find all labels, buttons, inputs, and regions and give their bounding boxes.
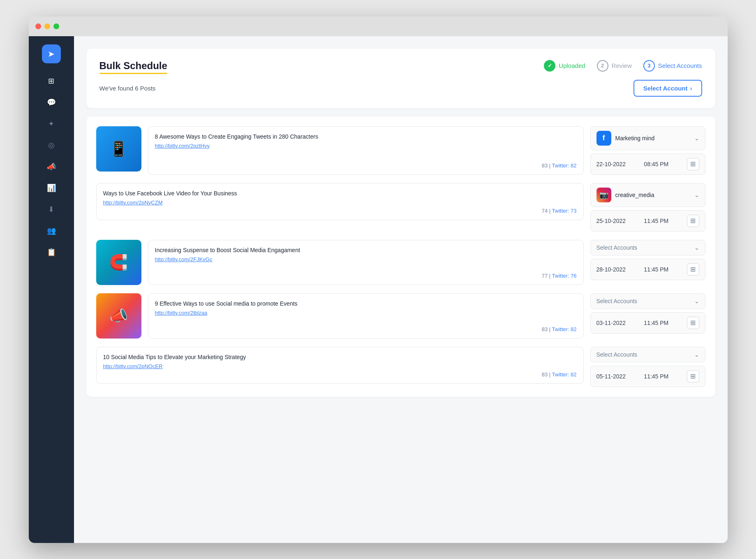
- post-link[interactable]: http://bitly.com/2pNOcER: [103, 363, 577, 369]
- post-content-card: 10 Social Media Tips to Elevate your Mar…: [96, 347, 584, 384]
- post-content-card: Increasing Suspense to Boost Social Medi…: [148, 240, 584, 285]
- date-time-row: 03-11-2022 11:45 PM ⊞: [590, 312, 705, 334]
- step-select-accounts: 3 Select Accounts: [643, 60, 702, 72]
- twitter-chars: Twitter: 82: [552, 326, 577, 332]
- facebook-icon: f: [596, 131, 611, 146]
- post-link[interactable]: http://bitly.com/2lblzaa: [155, 310, 577, 316]
- post-link[interactable]: http://bitly.com/2pztHvy: [155, 143, 577, 149]
- step-review-label: Review: [612, 62, 632, 69]
- post-title: 10 Social Media Tips to Elevate your Mar…: [103, 353, 577, 362]
- post-title: 9 Effective Ways to use Social media to …: [155, 299, 577, 308]
- account-selector-dropdown[interactable]: Select Accounts ⌄: [590, 240, 705, 255]
- post-time: 08:45 PM: [644, 161, 668, 167]
- account-name-text: Marketing mind: [615, 135, 655, 141]
- chevron-down-icon: ⌄: [694, 135, 699, 141]
- account-column: Select Accounts ⌄ 28-10-2022 11:45 PM ⊞: [590, 240, 705, 285]
- minimize-button[interactable]: [44, 23, 50, 29]
- account-selector-dropdown[interactable]: 📷 creative_media ⌄: [590, 183, 705, 207]
- post-thumbnail: 📣: [96, 293, 141, 339]
- header-bottom: We've found 6 Posts Select Account ›: [99, 80, 702, 97]
- sidebar-item-support[interactable]: ◎: [42, 136, 61, 155]
- select-account-label: Select Account: [643, 85, 688, 92]
- post-date: 25-10-2022: [596, 218, 626, 224]
- sidebar-item-groups[interactable]: 👥: [42, 221, 61, 240]
- account-name-text: creative_media: [615, 192, 654, 198]
- page-title: Bulk Schedule: [99, 60, 167, 72]
- post-date: 28-10-2022: [596, 266, 626, 273]
- post-time: 11:45 PM: [644, 218, 668, 224]
- account-selector-left: 📷 creative_media: [596, 188, 654, 202]
- step-select-accounts-label: Select Accounts: [658, 62, 702, 69]
- account-column: Select Accounts ⌄ 03-11-2022 11:45 PM ⊞: [590, 293, 705, 339]
- twitter-chars: Twitter: 82: [552, 371, 577, 378]
- sidebar-item-analytics[interactable]: 📊: [42, 179, 61, 197]
- traffic-lights: [35, 23, 59, 29]
- chevron-down-icon: ⌄: [694, 351, 699, 358]
- post-date: 05-11-2022: [596, 373, 626, 380]
- steps: ✓ Uploaded 2 Review 3 Select Accounts: [544, 60, 702, 72]
- maximize-button[interactable]: [53, 23, 59, 29]
- sidebar-item-reports[interactable]: 📋: [42, 243, 61, 262]
- account-selector-left: f Marketing mind: [596, 131, 655, 146]
- chars-separator: |: [549, 273, 550, 279]
- chars-separator: |: [549, 162, 550, 169]
- add-time-button[interactable]: ⊞: [687, 317, 699, 329]
- main-content: Bulk Schedule ✓ Uploaded 2 Review: [74, 36, 728, 543]
- post-title: Increasing Suspense to Boost Social Medi…: [155, 246, 577, 255]
- post-content-card: Ways to Use Facebook Live Video for Your…: [96, 183, 584, 220]
- select-account-button[interactable]: Select Account ›: [633, 80, 702, 97]
- account-selector-dropdown[interactable]: Select Accounts ⌄: [590, 347, 705, 362]
- chars-separator: |: [549, 326, 550, 332]
- add-time-button[interactable]: ⊞: [687, 370, 699, 383]
- step-review-circle: 2: [597, 60, 608, 72]
- title-bar: [29, 16, 728, 36]
- post-time: 11:45 PM: [644, 373, 668, 380]
- app-window: ➤ ⊞ 💬 ✦ ◎ 📣 📊 ⬇ 👥 📋 Bulk Schedule ✓: [29, 16, 728, 543]
- sidebar: ➤ ⊞ 💬 ✦ ◎ 📣 📊 ⬇ 👥 📋: [29, 36, 74, 543]
- post-row: 📣 9 Effective Ways to use Social media t…: [96, 293, 705, 339]
- account-name-text: Select Accounts: [596, 351, 638, 358]
- post-thumbnail: 📱: [96, 126, 141, 172]
- sidebar-item-network[interactable]: ✦: [42, 114, 61, 133]
- post-stats: 74 | Twitter: 73: [103, 208, 577, 214]
- account-column: 📷 creative_media ⌄ 25-10-2022 11:45 PM ⊞: [590, 183, 705, 232]
- account-selector-dropdown[interactable]: Select Accounts ⌄: [590, 293, 705, 309]
- sidebar-item-messages[interactable]: 💬: [42, 93, 61, 112]
- add-time-button[interactable]: ⊞: [687, 158, 699, 170]
- chevron-right-icon: ›: [690, 85, 692, 92]
- step-uploaded-label: Uploaded: [559, 62, 585, 69]
- sidebar-item-campaigns[interactable]: 📣: [42, 157, 61, 176]
- step-uploaded: ✓ Uploaded: [544, 60, 585, 72]
- chevron-down-icon: ⌄: [694, 298, 699, 304]
- account-name-text: Select Accounts: [596, 244, 638, 251]
- post-title: 8 Awesome Ways to Create Engaging Tweets…: [155, 132, 577, 141]
- post-stats: 83 | Twitter: 82: [155, 326, 577, 332]
- post-link[interactable]: http://bitly.com/2pNyCZM: [103, 199, 577, 206]
- post-time: 11:45 PM: [644, 266, 668, 273]
- date-time-row: 28-10-2022 11:45 PM ⊞: [590, 259, 705, 280]
- account-selector-dropdown[interactable]: f Marketing mind ⌄: [590, 126, 705, 150]
- app-body: ➤ ⊞ 💬 ✦ ◎ 📣 📊 ⬇ 👥 📋 Bulk Schedule ✓: [29, 36, 728, 543]
- account-name-text: Select Accounts: [596, 298, 638, 304]
- post-content-card: 8 Awesome Ways to Create Engaging Tweets…: [148, 126, 584, 175]
- post-stats: 83 | Twitter: 82: [155, 162, 577, 169]
- account-column: f Marketing mind ⌄ 22-10-2022 08:45 PM ⊞: [590, 126, 705, 175]
- sidebar-item-download[interactable]: ⬇: [42, 200, 61, 219]
- step-select-accounts-circle: 3: [643, 60, 655, 72]
- chars-separator: |: [549, 371, 550, 378]
- add-time-button[interactable]: ⊞: [687, 263, 699, 276]
- date-time-row: 22-10-2022 08:45 PM ⊞: [590, 153, 705, 175]
- post-time: 11:45 PM: [644, 320, 668, 326]
- add-time-button[interactable]: ⊞: [687, 215, 699, 227]
- chevron-down-icon: ⌄: [694, 244, 699, 251]
- date-time-row: 25-10-2022 11:45 PM ⊞: [590, 210, 705, 232]
- post-date: 03-11-2022: [596, 320, 626, 326]
- post-row: 10 Social Media Tips to Elevate your Mar…: [96, 347, 705, 387]
- close-button[interactable]: [35, 23, 41, 29]
- sidebar-logo[interactable]: ➤: [42, 44, 61, 63]
- chars-separator: |: [549, 208, 550, 214]
- account-column: Select Accounts ⌄ 05-11-2022 11:45 PM ⊞: [590, 347, 705, 387]
- post-title: Ways to Use Facebook Live Video for Your…: [103, 189, 577, 198]
- sidebar-item-dashboard[interactable]: ⊞: [42, 72, 61, 90]
- post-link[interactable]: http://bitly.com/2FJKvGc: [155, 256, 577, 262]
